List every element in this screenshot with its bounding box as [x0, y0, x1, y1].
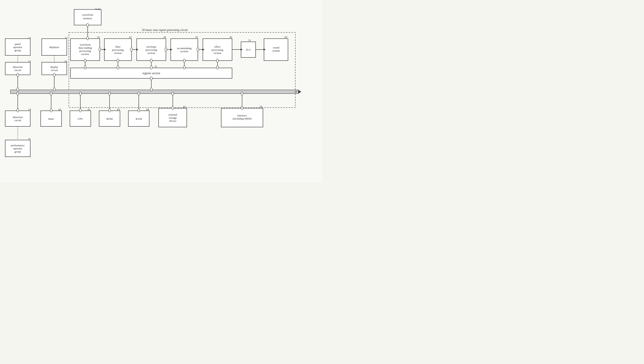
svg-text:16: 16: [64, 60, 67, 63]
svg-point-101: [130, 48, 132, 51]
svg-text:detection: detection: [13, 65, 23, 69]
svg-text:displayer: displayer: [49, 46, 59, 49]
svg-point-128: [150, 77, 152, 80]
svg-rect-67: [41, 111, 62, 126]
svg-point-155: [172, 106, 174, 109]
svg-text:circuit: circuit: [51, 69, 58, 72]
svg-point-107: [197, 48, 199, 51]
svg-text:30 music tone signal generatin: 30 music tone signal generating circuit: [142, 29, 188, 32]
svg-rect-17: [70, 39, 100, 61]
svg-rect-60: [10, 90, 298, 94]
svg-text:processing: processing: [112, 48, 124, 51]
svg-rect-76: [128, 111, 149, 126]
svg-point-148: [108, 92, 110, 95]
svg-text:device: device: [169, 119, 176, 122]
svg-point-126: [216, 66, 218, 69]
svg-text:section: section: [114, 51, 122, 55]
svg-text:31: 31: [154, 65, 157, 68]
svg-text:(including MIDI): (including MIDI): [233, 117, 252, 120]
svg-text:display: display: [50, 65, 58, 69]
svg-point-117: [117, 66, 119, 69]
svg-rect-9: [5, 39, 30, 55]
svg-point-94: [86, 37, 89, 40]
svg-rect-84: [221, 108, 263, 127]
svg-point-149: [108, 109, 110, 112]
svg-text:section: section: [82, 53, 89, 56]
svg-text:performance: performance: [11, 144, 24, 147]
svg-text:33: 33: [128, 36, 132, 39]
svg-text:data reading: data reading: [78, 46, 92, 49]
svg-text:36: 36: [229, 36, 232, 39]
svg-text:interface: interface: [237, 114, 247, 117]
svg-text:CPU: CPU: [78, 117, 83, 120]
svg-marker-111: [264, 49, 266, 51]
svg-text:filter: filter: [115, 45, 120, 48]
svg-point-142: [50, 92, 52, 95]
svg-point-154: [172, 92, 174, 95]
svg-point-136: [53, 73, 55, 76]
svg-text:register section: register section: [142, 72, 160, 75]
svg-text:62: 62: [58, 108, 61, 111]
svg-point-119: [150, 59, 152, 62]
svg-text:group: group: [14, 49, 21, 52]
svg-text:35: 35: [195, 36, 198, 39]
svg-rect-37: [203, 39, 232, 61]
svg-rect-23: [104, 39, 132, 61]
svg-text:effect: effect: [214, 45, 220, 48]
svg-text:accumulating: accumulating: [177, 47, 192, 50]
svg-text:group: group: [14, 150, 21, 153]
svg-point-139: [17, 92, 19, 95]
svg-text:processing: processing: [212, 48, 223, 51]
svg-rect-79: [158, 108, 187, 127]
svg-text:storage: storage: [169, 116, 177, 119]
svg-point-157: [241, 92, 243, 95]
svg-rect-70: [70, 111, 91, 126]
svg-text:waveform: waveform: [82, 13, 93, 16]
svg-text:section: section: [148, 51, 155, 55]
svg-point-143: [50, 109, 52, 112]
svg-text:waveform: waveform: [80, 43, 91, 46]
svg-point-129: [150, 88, 152, 91]
svg-rect-88: [5, 140, 30, 157]
svg-text:64: 64: [146, 108, 149, 111]
svg-text:operator: operator: [13, 147, 22, 150]
svg-point-152: [138, 109, 140, 112]
svg-marker-97: [104, 49, 106, 51]
svg-point-137: [53, 88, 55, 91]
svg-marker-106: [202, 49, 204, 51]
svg-rect-45: [264, 39, 288, 61]
svg-rect-52: [5, 62, 30, 75]
svg-point-113: [84, 59, 86, 62]
svg-rect-28: [137, 39, 166, 61]
svg-point-122: [183, 59, 185, 62]
svg-rect-73: [99, 111, 120, 126]
svg-point-116: [117, 59, 119, 62]
svg-text:70: 70: [260, 105, 262, 108]
svg-marker-103: [170, 49, 172, 51]
svg-point-134: [17, 88, 19, 91]
svg-point-151: [138, 92, 140, 95]
svg-text:15: 15: [28, 60, 31, 63]
svg-text:envelope: envelope: [146, 45, 156, 48]
svg-text:12: 12: [28, 36, 31, 39]
svg-point-123: [183, 66, 185, 69]
svg-text:detection: detection: [13, 116, 23, 119]
svg-marker-62: [298, 90, 301, 94]
svg-text:RAM: RAM: [136, 117, 142, 120]
svg-text:panel: panel: [15, 42, 21, 46]
svg-text:operator: operator: [13, 46, 22, 49]
svg-marker-109: [240, 49, 243, 51]
svg-rect-42: [241, 42, 256, 58]
svg-text:13: 13: [65, 36, 68, 39]
svg-text:section: section: [214, 51, 222, 55]
svg-text:circuit: circuit: [14, 119, 21, 122]
svg-rect-56: [42, 62, 67, 75]
svg-point-98: [99, 48, 101, 51]
svg-point-104: [165, 48, 167, 51]
svg-point-133: [17, 73, 19, 76]
svg-point-120: [150, 66, 152, 69]
svg-rect-49: [70, 68, 232, 78]
svg-text:40: 40: [98, 8, 100, 11]
svg-point-114: [84, 66, 86, 69]
svg-text:timer: timer: [48, 117, 54, 120]
